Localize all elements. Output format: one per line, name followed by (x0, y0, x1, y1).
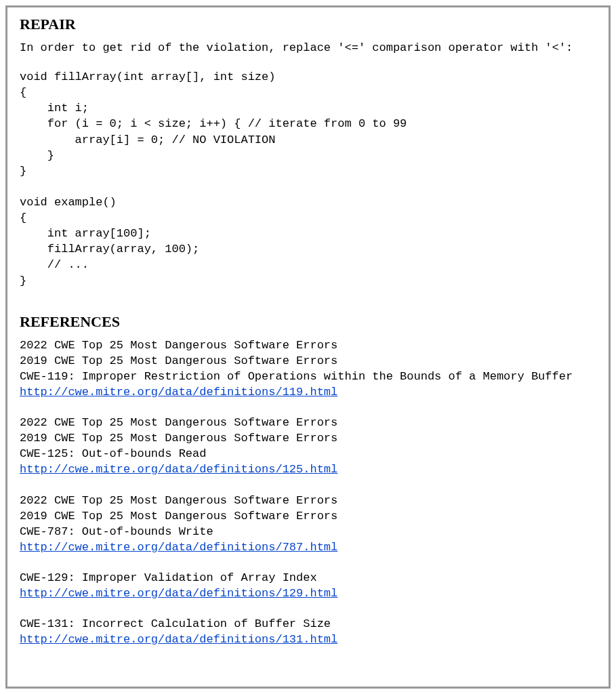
references-list: 2022 CWE Top 25 Most Dangerous Software … (20, 338, 596, 648)
reference-link[interactable]: http://cwe.mitre.org/data/definitions/12… (20, 463, 337, 476)
reference-text-line: 2022 CWE Top 25 Most Dangerous Software … (20, 415, 596, 430)
reference-text-line: CWE-131: Incorrect Calculation of Buffer… (20, 616, 596, 632)
reference-text-line: CWE-129: Improper Validation of Array In… (20, 570, 596, 586)
reference-text-line: 2019 CWE Top 25 Most Dangerous Software … (20, 353, 596, 369)
reference-text-line: 2019 CWE Top 25 Most Dangerous Software … (20, 508, 596, 524)
reference-link[interactable]: http://cwe.mitre.org/data/definitions/78… (20, 541, 337, 554)
reference-text-line: 2022 CWE Top 25 Most Dangerous Software … (20, 493, 596, 508)
reference-text-line: 2022 CWE Top 25 Most Dangerous Software … (20, 338, 596, 353)
document-frame: REPAIR In order to get rid of the violat… (5, 5, 611, 689)
reference-link[interactable]: http://cwe.mitre.org/data/definitions/13… (20, 633, 337, 646)
reference-link[interactable]: http://cwe.mitre.org/data/definitions/11… (20, 386, 337, 399)
reference-item: 2022 CWE Top 25 Most Dangerous Software … (20, 493, 596, 555)
reference-item: CWE-131: Incorrect Calculation of Buffer… (20, 616, 596, 647)
reference-text-line: CWE-125: Out-of-bounds Read (20, 446, 596, 462)
repair-heading: REPAIR (20, 16, 596, 33)
reference-link[interactable]: http://cwe.mitre.org/data/definitions/12… (20, 587, 337, 600)
references-heading: REFERENCES (20, 313, 596, 331)
reference-item: 2022 CWE Top 25 Most Dangerous Software … (20, 415, 596, 477)
reference-text-line: CWE-119: Improper Restriction of Operati… (20, 369, 596, 384)
repair-intro: In order to get rid of the violation, re… (20, 40, 596, 56)
reference-item: 2022 CWE Top 25 Most Dangerous Software … (20, 338, 596, 400)
repair-code-block: void fillArray(int array[], int size) { … (20, 69, 596, 289)
reference-text-line: CWE-787: Out-of-bounds Write (20, 524, 596, 539)
reference-item: CWE-129: Improper Validation of Array In… (20, 570, 596, 601)
reference-text-line: 2019 CWE Top 25 Most Dangerous Software … (20, 430, 596, 446)
